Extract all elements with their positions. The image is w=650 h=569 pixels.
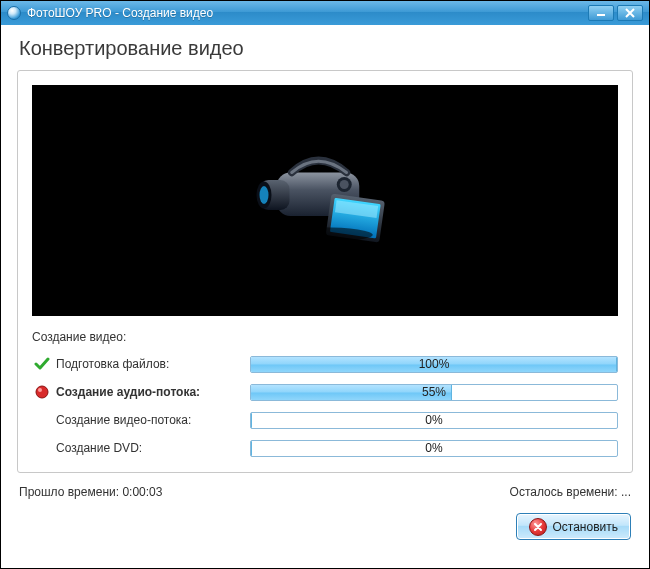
progress-bar: 0%: [250, 412, 618, 429]
record-icon: [32, 385, 52, 399]
progress-steps: Подготовка файлов: 100% Создание аудио-п…: [32, 350, 618, 462]
svg-point-10: [270, 227, 372, 242]
stop-button[interactable]: Остановить: [516, 513, 632, 540]
elapsed-time: Прошло времени: 0:00:03: [19, 485, 162, 499]
svg-rect-0: [597, 14, 605, 16]
progress-percent: 0%: [251, 413, 617, 428]
elapsed-label: Прошло времени:: [19, 485, 122, 499]
remaining-time: Осталось времени: ...: [510, 485, 631, 499]
stop-button-label: Остановить: [553, 520, 619, 534]
progress-percent: 55%: [251, 385, 617, 400]
step-row-prepare: Подготовка файлов: 100%: [32, 350, 618, 378]
window-title: ФотоШОУ PRO - Создание видео: [27, 6, 588, 20]
svg-point-11: [36, 386, 48, 398]
progress-section-header: Создание видео:: [32, 330, 618, 344]
window-controls: [588, 5, 643, 21]
elapsed-value: 0:00:03: [122, 485, 162, 499]
close-button[interactable]: [617, 5, 643, 21]
minimize-icon: [596, 9, 606, 17]
progress-bar: 55%: [250, 384, 618, 401]
camcorder-icon: [248, 141, 403, 261]
progress-percent: 0%: [251, 441, 617, 456]
video-preview: [32, 85, 618, 316]
step-row-video: Создание видео-потока: 0%: [32, 406, 618, 434]
stop-icon: [529, 518, 547, 536]
step-row-dvd: Создание DVD: 0%: [32, 434, 618, 462]
svg-point-6: [339, 180, 348, 189]
button-bar: Остановить: [1, 499, 649, 540]
svg-point-4: [259, 186, 268, 204]
minimize-button[interactable]: [588, 5, 614, 21]
step-label: Создание аудио-потока:: [52, 385, 250, 399]
page-body: Конвертирование видео: [1, 25, 649, 473]
step-label: Создание видео-потока:: [52, 413, 250, 427]
status-bar: Прошло времени: 0:00:03 Осталось времени…: [1, 473, 649, 499]
progress-bar: 100%: [250, 356, 618, 373]
close-icon: [625, 8, 635, 18]
progress-bar: 0%: [250, 440, 618, 457]
titlebar: ФотоШОУ PRO - Создание видео: [1, 1, 649, 25]
page-title: Конвертирование видео: [17, 33, 633, 70]
step-label: Создание DVD:: [52, 441, 250, 455]
step-row-audio: Создание аудио-потока: 55%: [32, 378, 618, 406]
remaining-label: Осталось времени:: [510, 485, 621, 499]
check-icon: [32, 356, 52, 372]
content-frame: Создание видео: Подготовка файлов: 100% …: [17, 70, 633, 473]
step-label: Подготовка файлов:: [52, 357, 250, 371]
progress-percent: 100%: [251, 357, 617, 372]
app-icon: [7, 6, 21, 20]
svg-point-12: [38, 388, 42, 392]
remaining-value: ...: [621, 485, 631, 499]
